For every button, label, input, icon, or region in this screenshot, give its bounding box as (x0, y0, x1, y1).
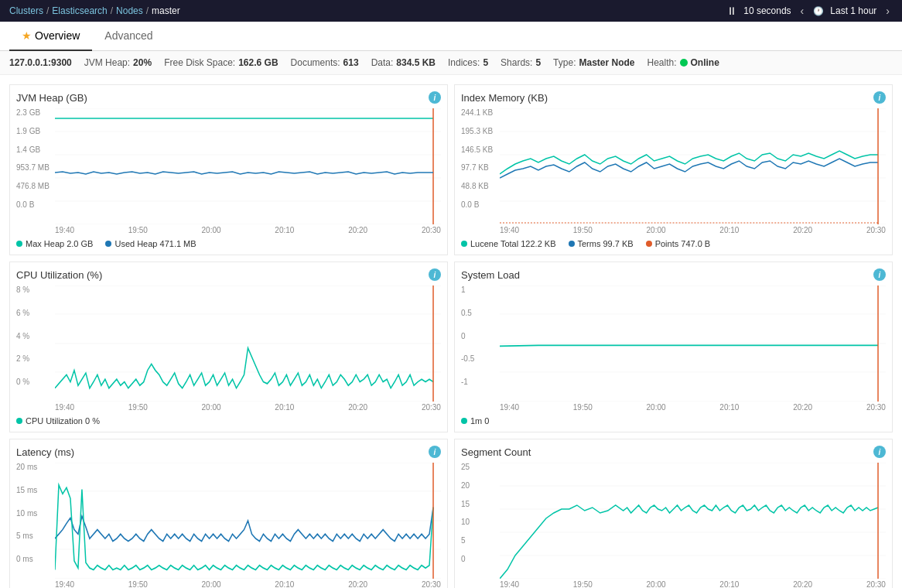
type-value: Master Node (579, 57, 634, 68)
address-item: 127.0.0.1:9300 (9, 57, 72, 68)
legend-dot-lucene (461, 241, 467, 247)
health-value: Online (691, 57, 719, 68)
legend-dot-cpu (16, 418, 22, 424)
data-value: 834.5 KB (396, 57, 436, 68)
legend-dot-points (646, 241, 652, 247)
clock-icon: 🕐 (813, 6, 824, 16)
type-item: Type: Master Node (553, 57, 634, 68)
chart-cpu-area: 8 % 6 % 4 % 2 % 0 % (16, 285, 441, 402)
jvm-heap-label: JVM Heap: (84, 57, 130, 68)
index-memory-svg (500, 108, 886, 224)
latency-chart-inner (55, 463, 441, 579)
time-range-display: Last 1 hour (830, 5, 876, 16)
documents-value: 613 (343, 57, 359, 68)
chart-segment-count-title: Segment Count i (461, 446, 886, 458)
jvm-heap-chart-inner (55, 108, 441, 224)
type-label: Type: (553, 57, 576, 68)
index-memory-y-axis: 244.1 KB 195.3 KB 146.5 KB 97.7 KB 48.8 … (461, 108, 500, 209)
segment-count-chart-inner (500, 463, 886, 579)
jvm-heap-y-axis: 2.3 GB 1.9 GB 1.4 GB 953.7 MB 476.8 MB 0… (16, 108, 55, 209)
data-label: Data: (371, 57, 394, 68)
chart-cpu-title: CPU Utilization (%) i (16, 268, 441, 281)
system-load-svg (500, 285, 886, 402)
indices-value: 5 (483, 57, 488, 68)
chart-segment-count-area: 25 20 15 10 5 0 (461, 463, 886, 579)
shards-item: Shards: 5 (501, 57, 541, 68)
index-memory-legend-terms: Terms 99.7 KB (569, 239, 634, 248)
address-value: 127.0.0.1:9300 (9, 57, 72, 68)
chart-jvm-heap-area: 2.3 GB 1.9 GB 1.4 GB 953.7 MB 476.8 MB 0… (16, 108, 441, 224)
tab-advanced[interactable]: Advanced (92, 22, 165, 51)
jvm-heap-legend-max: Max Heap 2.0 GB (16, 239, 93, 248)
breadcrumb-elasticsearch[interactable]: Elasticsearch (52, 5, 107, 16)
breadcrumb-sep1: / (46, 5, 49, 16)
chart-system-load: System Load i 1 0.5 0 -0.5 -1 (454, 262, 893, 432)
pause-button[interactable]: ⏸ (726, 5, 737, 17)
cpu-chart-inner (55, 285, 441, 402)
jvm-heap-svg (55, 108, 441, 224)
legend-dot-terms (569, 241, 575, 247)
cpu-x-axis: 19:40 19:50 20:00 20:10 20:20 20:30 (16, 403, 441, 412)
cpu-y-axis: 8 % 6 % 4 % 2 % 0 % (16, 285, 55, 386)
documents-item: Documents: 613 (291, 57, 359, 68)
latency-x-axis: 19:40 19:50 20:00 20:10 20:20 20:30 (16, 580, 441, 588)
jvm-heap-info-icon[interactable]: i (429, 91, 441, 104)
segment-count-svg (500, 463, 886, 579)
cpu-info-icon[interactable]: i (429, 268, 441, 281)
system-load-legend-1m: 1m 0 (461, 416, 489, 426)
chart-system-load-title: System Load i (461, 268, 886, 281)
index-memory-legend-points: Points 747.0 B (646, 239, 711, 248)
breadcrumb: Clusters / Elasticsearch / Nodes / maste… (9, 5, 180, 16)
jvm-heap-item: JVM Heap: 20% (84, 57, 152, 68)
latency-info-icon[interactable]: i (429, 446, 441, 458)
health-item: Health: Online (647, 57, 719, 68)
index-memory-x-axis: 19:40 19:50 20:00 20:10 20:20 20:30 (461, 226, 886, 234)
jvm-heap-legend-used: Used Heap 471.1 MB (105, 239, 196, 248)
segment-count-info-icon[interactable]: i (873, 446, 886, 458)
legend-dot-1m (461, 418, 467, 424)
cpu-svg (55, 285, 441, 402)
health-label: Health: (647, 57, 677, 68)
breadcrumb-current: master (152, 5, 180, 16)
chart-latency-title: Latency (ms) i (16, 446, 441, 458)
shards-label: Shards: (501, 57, 532, 68)
charts-grid: JVM Heap (GB) i 2.3 GB 1.9 GB 1.4 GB 953… (0, 75, 902, 588)
indices-label: Indices: (448, 57, 480, 68)
shards-value: 5 (535, 57, 541, 68)
breadcrumb-sep2: / (111, 5, 113, 16)
top-controls: ⏸ 10 seconds ‹ 🕐 Last 1 hour › (726, 5, 893, 17)
prev-button[interactable]: ‹ (798, 5, 808, 17)
chart-index-memory-area: 244.1 KB 195.3 KB 146.5 KB 97.7 KB 48.8 … (461, 108, 886, 224)
chart-index-memory: Index Memory (KB) i 244.1 KB 195.3 KB 14… (454, 84, 893, 255)
cpu-legend: CPU Utilization 0 % (16, 416, 441, 426)
tabs-bar: ★Overview Advanced (0, 22, 902, 51)
index-memory-legend-lucene: Lucene Total 122.2 KB (461, 239, 556, 248)
segment-count-x-axis: 19:40 19:50 20:00 20:10 20:20 20:30 (461, 580, 886, 588)
index-memory-legend: Lucene Total 122.2 KB Terms 99.7 KB Poin… (461, 239, 886, 248)
cpu-legend-utilization: CPU Utilization 0 % (16, 416, 100, 426)
next-button[interactable]: › (883, 5, 893, 17)
index-memory-chart-inner (500, 108, 886, 224)
info-bar: 127.0.0.1:9300 JVM Heap: 20% Free Disk S… (0, 51, 902, 75)
jvm-heap-x-axis: 19:40 19:50 20:00 20:10 20:20 20:30 (16, 226, 441, 234)
system-load-y-axis: 1 0.5 0 -0.5 -1 (461, 285, 500, 386)
breadcrumb-clusters[interactable]: Clusters (9, 5, 43, 16)
disk-label: Free Disk Space: (164, 57, 235, 68)
chart-system-load-area: 1 0.5 0 -0.5 -1 (461, 285, 886, 402)
chart-segment-count: Segment Count i 25 20 15 10 5 0 (454, 439, 893, 588)
segment-count-y-axis: 25 20 15 10 5 0 (461, 463, 500, 563)
breadcrumb-sep3: / (146, 5, 149, 16)
chart-jvm-heap: JVM Heap (GB) i 2.3 GB 1.9 GB 1.4 GB 953… (9, 84, 448, 255)
health-dot (680, 59, 688, 67)
jvm-heap-legend: Max Heap 2.0 GB Used Heap 471.1 MB (16, 239, 441, 248)
breadcrumb-nodes[interactable]: Nodes (116, 5, 143, 16)
chart-cpu: CPU Utilization (%) i 8 % 6 % 4 % 2 % 0 … (9, 262, 448, 432)
chart-latency-area: 20 ms 15 ms 10 ms 5 ms 0 ms (16, 463, 441, 579)
system-load-x-axis: 19:40 19:50 20:00 20:10 20:20 20:30 (461, 403, 886, 412)
legend-dot-used-heap (105, 241, 111, 247)
tab-overview[interactable]: ★Overview (9, 22, 92, 51)
legend-dot-max-heap (16, 241, 22, 247)
index-memory-info-icon[interactable]: i (873, 91, 886, 104)
latency-y-axis: 20 ms 15 ms 10 ms 5 ms 0 ms (16, 463, 55, 563)
system-load-info-icon[interactable]: i (873, 268, 886, 281)
